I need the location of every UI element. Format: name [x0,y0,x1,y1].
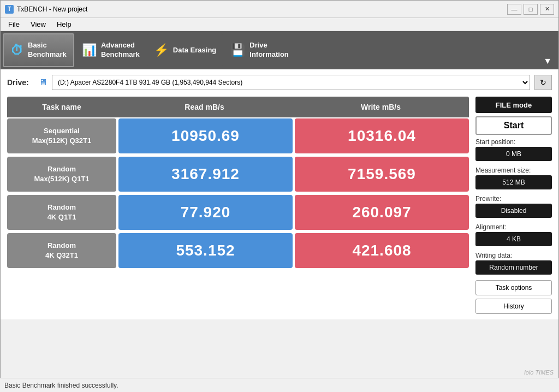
maximize-button[interactable]: □ [524,4,538,15]
write-value-4: 421.608 [295,233,469,268]
tab-data-erasing[interactable]: ⚡ Data Erasing [147,33,223,67]
results-panel: Task name Read mB/s Write mB/s Sequentia… [7,97,469,314]
tab-basic-benchmark[interactable]: ⏱ BasicBenchmark [3,33,74,67]
toolbar: ⏱ BasicBenchmark 📊 AdvancedBenchmark ⚡ D… [1,31,558,69]
menu-bar: File View Help [1,18,558,31]
task-name-1: SequentialMax(512K) Q32T1 [7,118,116,153]
basic-benchmark-label: BasicBenchmark [28,41,67,60]
toolbar-more-chevron[interactable]: ▼ [539,31,556,69]
setting-start-position-value[interactable]: 0 MB [475,147,552,161]
menu-file[interactable]: File [3,19,25,29]
setting-alignment: Alignment: 4 KB [475,223,552,248]
table-header: Task name Read mB/s Write mB/s [7,97,469,117]
drive-select[interactable]: (D:) Apacer AS2280F4 1TB 931.49 GB (1,95… [52,75,530,90]
data-erasing-label: Data Erasing [173,46,216,55]
tab-drive-information[interactable]: 💾 DriveInformation [224,33,295,67]
drive-information-label: DriveInformation [249,41,289,60]
header-task-name: Task name [7,103,116,111]
setting-measurement-size-value[interactable]: 512 MB [475,175,552,189]
table-row: Random4K Q32T1 553.152 421.608 [7,233,469,268]
menu-view[interactable]: View [25,19,51,29]
drive-label: Drive: [7,78,34,87]
basic-benchmark-icon: ⏱ [10,43,23,58]
menu-help[interactable]: Help [51,19,77,29]
read-value-3: 77.920 [118,195,293,230]
refresh-icon: ↻ [540,78,546,87]
status-text: Basic Benchmark finished successfully. [4,382,118,389]
right-panel: FILE mode Start Start position: 0 MB Mea… [475,97,552,314]
task-options-button[interactable]: Task options [475,280,552,295]
read-value-4: 553.152 [118,233,293,268]
task-name-4: Random4K Q32T1 [7,233,116,268]
setting-measurement-size: Measurement size: 512 MB [475,167,552,192]
table-row: Random4K Q1T1 77.920 260.097 [7,195,469,230]
setting-prewrite-value[interactable]: Disabled [475,204,552,218]
start-button[interactable]: Start [475,116,552,135]
task-name-3: Random4K Q1T1 [7,195,116,230]
advanced-benchmark-label: AdvancedBenchmark [101,41,140,60]
setting-prewrite-label: Prewrite: [475,195,552,203]
data-erasing-icon: ⚡ [154,43,169,57]
file-mode-button[interactable]: FILE mode [475,97,552,113]
read-value-1: 10950.69 [118,118,293,153]
status-bar: Basic Benchmark finished successfully. [0,378,559,392]
window-controls: — □ ✕ [507,4,554,15]
minimize-button[interactable]: — [507,4,521,15]
benchmark-area: Task name Read mB/s Write mB/s Sequentia… [7,97,552,314]
write-value-3: 260.097 [295,195,469,230]
table-row: SequentialMax(512K) Q32T1 10950.69 10316… [7,118,469,153]
history-button[interactable]: History [475,299,552,314]
title-bar: T TxBENCH - New project — □ ✕ [1,1,558,18]
read-value-2: 3167.912 [118,157,293,192]
header-write: Write mB/s [293,103,469,111]
write-value-2: 7159.569 [295,157,469,192]
task-name-2: RandomMax(512K) Q1T1 [7,157,116,192]
drive-row: Drive: 🖥 (D:) Apacer AS2280F4 1TB 931.49… [7,75,552,90]
app-icon: T [5,5,14,14]
setting-writing-data-value[interactable]: Random number [475,260,552,275]
tab-advanced-benchmark[interactable]: 📊 AdvancedBenchmark [75,33,146,67]
header-read: Read mB/s [116,103,293,111]
main-content: Drive: 🖥 (D:) Apacer AS2280F4 1TB 931.49… [1,69,558,319]
advanced-benchmark-icon: 📊 [82,43,97,57]
setting-writing-data: Writing data: Random number [475,252,552,277]
drive-information-icon: 💾 [230,43,245,57]
setting-alignment-value[interactable]: 4 KB [475,232,552,246]
setting-prewrite: Prewrite: Disabled [475,195,552,220]
setting-start-position-label: Start position: [475,138,552,146]
drive-type-icon: 🖥 [39,78,47,87]
drive-refresh-button[interactable]: ↻ [534,75,552,90]
table-row: RandomMax(512K) Q1T1 3167.912 7159.569 [7,157,469,192]
write-value-1: 10316.04 [295,118,469,153]
setting-measurement-size-label: Measurement size: [475,167,552,174]
setting-start-position: Start position: 0 MB [475,138,552,163]
watermark: ioio TIMES [524,369,554,376]
setting-writing-data-label: Writing data: [475,252,552,259]
setting-alignment-label: Alignment: [475,223,552,231]
close-button[interactable]: ✕ [540,4,554,15]
window-title: TxBENCH - New project [17,5,507,13]
